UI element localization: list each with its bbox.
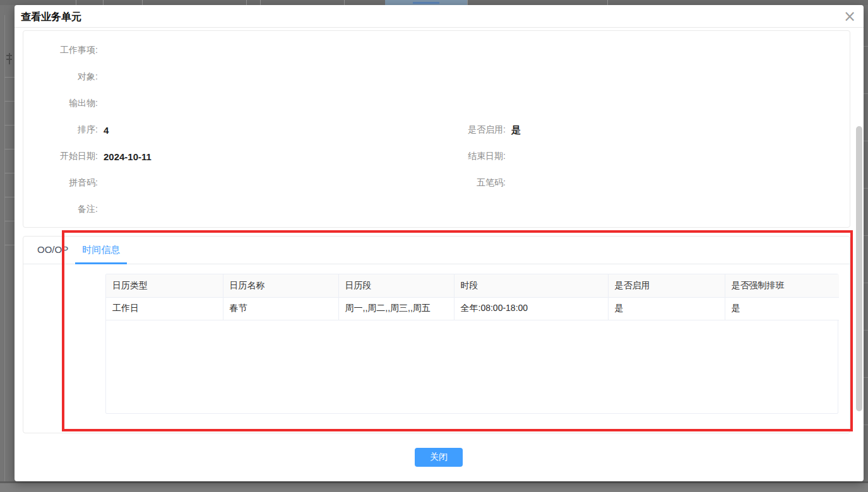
field-label-remarks: 备注: [23,204,98,215]
background-page-right-strip [864,5,868,481]
form-row: 对象: [23,64,850,90]
background-divider [142,0,143,5]
cell-enabled: 是 [608,297,725,320]
field-label-sort: 排序: [23,124,98,136]
close-icon[interactable]: × [843,8,856,25]
background-divider [260,0,261,5]
tab-oo-op[interactable]: OO/OP [30,237,75,264]
field-label-output: 输出物: [23,98,98,109]
background-page-bottom-strip [0,481,868,492]
field-label-work-items: 工作事项: [23,45,98,56]
background-table-gridlines [864,46,868,450]
background-partial-text-fragment [6,53,12,64]
table-row[interactable]: 工作日 春节 周一,,周二,,周三,,周五 全年:08:00-18:00 是 是 [106,297,839,320]
field-label-end-date: 结束日期: [430,151,506,162]
background-divider [607,0,608,5]
column-header-calendar-type: 日历类型 [106,274,223,297]
background-page-left-strip [0,5,15,481]
form-row: 工作事项: [23,37,850,64]
column-header-time-period: 时段 [454,274,608,297]
view-business-unit-dialog: 查看业务单元 × 工作事项: 对象: 输出物: 排序:4 是否启用:是 开始日期… [15,5,864,481]
column-header-calendar-name: 日历名称 [223,274,338,297]
column-header-enabled: 是否启用 [608,274,725,297]
field-value-start-date: 2024-10-11 [98,151,430,162]
table-header-row: 日历类型 日历名称 日历段 时段 是否启用 是否强制排班 [106,274,839,297]
form-row: 开始日期:2024-10-11 结束日期: [23,143,850,170]
time-info-panel-card: OO/OP 时间信息 日历类型 日历名称 日历段 时段 是否启用 是否强制排班 [23,236,850,433]
field-label-start-date: 开始日期: [23,151,98,162]
cell-force-scheduling: 是 [725,297,839,320]
detail-form-card: 工作事项: 对象: 输出物: 排序:4 是否启用:是 开始日期:2024-10-… [23,30,850,228]
column-header-force-scheduling: 是否强制排班 [725,274,839,297]
field-label-wubi-code: 五笔码: [430,177,506,189]
background-divider [103,0,104,5]
background-page-top-strip [0,0,868,5]
field-value-sort: 4 [98,125,430,136]
dialog-header: 查看业务单元 × [15,5,864,28]
background-active-tab-fragment [385,0,467,5]
form-row: 排序:4 是否启用:是 [23,117,850,143]
field-label-enabled: 是否启用: [430,124,506,136]
background-divider [344,0,345,5]
dialog-title: 查看业务单元 [21,11,81,24]
tab-time-info[interactable]: 时间信息 [75,237,127,264]
close-button[interactable]: 关闭 [415,448,463,467]
background-table-gridlines [4,77,15,247]
form-row: 拼音码: 五笔码: [23,170,850,196]
form-row: 输出物: [23,90,850,117]
time-info-table-container: 日历类型 日历名称 日历段 时段 是否启用 是否强制排班 工作日 春节 周一,,… [105,274,838,414]
field-label-object: 对象: [23,71,98,83]
background-divider [76,0,76,5]
cell-calendar-name: 春节 [223,297,338,320]
form-row: 备注: [23,196,850,223]
dialog-scrollbar-thumb[interactable] [856,126,862,411]
background-divider [467,0,468,5]
background-divider [246,0,247,5]
field-label-pinyin-code: 拼音码: [23,177,98,189]
column-header-calendar-segment: 日历段 [338,274,454,297]
time-info-table: 日历类型 日历名称 日历段 时段 是否启用 是否强制排班 工作日 春节 周一,,… [106,274,839,320]
field-value-enabled: 是 [506,124,850,136]
cell-time-period: 全年:08:00-18:00 [454,297,608,320]
cell-calendar-segment: 周一,,周二,,周三,,周五 [338,297,454,320]
cell-calendar-type: 工作日 [106,297,223,320]
tab-bar: OO/OP 时间信息 [23,237,850,264]
